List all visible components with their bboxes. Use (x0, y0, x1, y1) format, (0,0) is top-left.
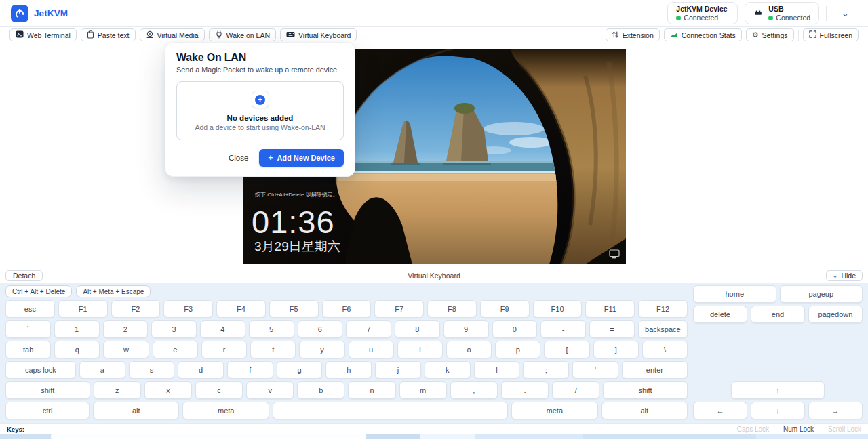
key-pageup[interactable]: pageup (780, 285, 863, 303)
key-f1[interactable]: F1 (58, 300, 108, 318)
key-c[interactable]: c (195, 381, 243, 399)
key-w[interactable]: w (103, 341, 149, 358)
detach-button[interactable]: Detach (5, 270, 43, 281)
key-f5[interactable]: F5 (269, 300, 319, 318)
scrollbar-thumb[interactable] (51, 434, 366, 439)
key-f9[interactable]: F9 (480, 300, 530, 318)
web-terminal-button[interactable]: Web Terminal (9, 28, 77, 41)
key-e[interactable]: e (153, 341, 198, 358)
key-l[interactable]: l (474, 361, 520, 379)
key-f3[interactable]: F3 (163, 300, 213, 318)
key-k[interactable]: k (425, 361, 471, 379)
key-8[interactable]: 8 (395, 320, 440, 338)
key-enter[interactable]: enter (622, 361, 688, 379)
close-button[interactable]: Close (229, 154, 248, 162)
key-backslash[interactable]: \ (642, 341, 688, 358)
key-p[interactable]: p (495, 341, 540, 358)
extension-button[interactable]: Extension (606, 28, 660, 41)
key-ctrl[interactable]: ctrl (5, 402, 90, 419)
key-comma[interactable]: , (450, 381, 498, 399)
key-minus[interactable]: - (540, 320, 586, 338)
key-g[interactable]: g (277, 361, 323, 379)
key-f4[interactable]: F4 (216, 300, 266, 318)
key-0[interactable]: 0 (492, 320, 538, 338)
key-tab[interactable]: tab (5, 341, 51, 358)
key-backtick[interactable]: ` (5, 320, 51, 338)
key-9[interactable]: 9 (443, 320, 489, 338)
key-f8[interactable]: F8 (427, 300, 477, 318)
key-1[interactable]: 1 (54, 320, 100, 338)
key-h[interactable]: h (326, 361, 372, 379)
key-f6[interactable]: F6 (322, 300, 372, 318)
key-meta[interactable]: meta (182, 402, 269, 419)
key-arrow-down[interactable]: ↓ (751, 402, 805, 419)
key-z[interactable]: z (94, 381, 141, 399)
paste-text-button[interactable]: Paste text (81, 28, 136, 41)
key-f7[interactable]: F7 (374, 300, 424, 318)
key-j[interactable]: j (375, 361, 421, 379)
virtual-media-button[interactable]: Virtual Media (140, 28, 205, 41)
key-pagedown[interactable]: pagedown (808, 306, 863, 323)
key-arrow-right[interactable]: → (808, 402, 863, 419)
key-shift[interactable]: shift (5, 381, 90, 399)
key-backspace[interactable]: backspace (638, 320, 688, 338)
key-m[interactable]: m (399, 381, 447, 399)
key-f[interactable]: f (227, 361, 273, 379)
fullscreen-button[interactable]: Fullscreen (803, 28, 859, 41)
key-slash[interactable]: / (552, 381, 599, 399)
key-i[interactable]: i (397, 341, 443, 358)
key-x[interactable]: x (144, 381, 192, 399)
hide-keyboard-button[interactable]: ⌄ Hide (826, 270, 863, 281)
key-7[interactable]: 7 (346, 320, 391, 338)
shortcut-ctrl-alt-delete[interactable]: Ctrl + Alt + Delete (5, 285, 72, 297)
key-delete[interactable]: delete (693, 306, 747, 323)
wake-on-lan-button[interactable]: Wake on LAN (209, 28, 276, 41)
key-semicolon[interactable]: ; (523, 361, 569, 379)
key-u[interactable]: u (349, 341, 394, 358)
key-s[interactable]: s (129, 361, 175, 379)
key-q[interactable]: q (54, 341, 100, 358)
key-f10[interactable]: F10 (533, 300, 583, 318)
key-5[interactable]: 5 (249, 320, 294, 338)
add-new-device-button[interactable]: + Add New Device (259, 149, 344, 167)
key-o[interactable]: o (446, 341, 492, 358)
connection-stats-button[interactable]: Connection Stats (664, 28, 742, 41)
key-4[interactable]: 4 (200, 320, 245, 338)
key-y[interactable]: y (299, 341, 344, 358)
usb-status-badge[interactable]: USB Connected (745, 2, 819, 24)
key-esc[interactable]: esc (5, 300, 55, 318)
key-arrow-up[interactable]: ↑ (731, 381, 825, 399)
key-v[interactable]: v (246, 381, 294, 399)
device-status-badge[interactable]: JetKVM Device Connected (667, 2, 738, 24)
key-6[interactable]: 6 (298, 320, 343, 338)
key-f11[interactable]: F11 (585, 300, 635, 318)
key-arrow-left[interactable]: ← (693, 402, 747, 419)
key-alt[interactable]: alt (601, 402, 688, 419)
key-n[interactable]: n (348, 381, 395, 399)
key-shift[interactable]: shift (603, 381, 688, 399)
key-bracket-right[interactable]: ] (593, 341, 639, 358)
key-home[interactable]: home (693, 285, 776, 303)
key-bracket-left[interactable]: [ (544, 341, 589, 358)
key-f12[interactable]: F12 (638, 300, 688, 318)
key-caps-lock[interactable]: caps lock (5, 361, 76, 379)
key-period[interactable]: . (501, 381, 549, 399)
key-f2[interactable]: F2 (111, 300, 161, 318)
key-d[interactable]: d (178, 361, 224, 379)
key-2[interactable]: 2 (103, 320, 149, 338)
key-3[interactable]: 3 (151, 320, 197, 338)
key-meta[interactable]: meta (511, 402, 597, 419)
shortcut-alt-meta-escape[interactable]: Alt + Meta + Escape (76, 285, 151, 297)
key-equals[interactable]: = (589, 320, 635, 338)
key-r[interactable]: r (201, 341, 247, 358)
key-a[interactable]: a (79, 361, 125, 379)
key-quote[interactable]: ' (572, 361, 618, 379)
key-end[interactable]: end (751, 306, 805, 323)
key-t[interactable]: t (250, 341, 296, 358)
settings-button[interactable]: ⚙ Settings (746, 28, 794, 41)
virtual-keyboard-button[interactable]: Virtual Keyboard (280, 28, 357, 41)
key-b[interactable]: b (297, 381, 344, 399)
bottom-scrollbar[interactable] (0, 434, 868, 439)
key-space[interactable] (273, 402, 508, 419)
header-menu-button[interactable]: ⌄ (833, 7, 857, 20)
